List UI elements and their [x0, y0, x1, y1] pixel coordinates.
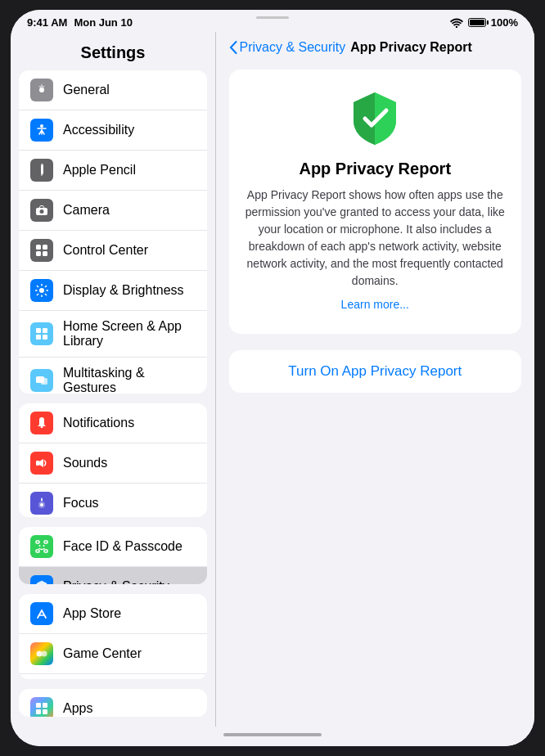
svg-point-43	[42, 650, 47, 656]
sidebar-item-apple-pencil[interactable]: Apple Pencil	[19, 151, 207, 191]
svg-rect-48	[43, 703, 47, 708]
sidebar-item-sounds[interactable]: Sounds	[19, 443, 207, 484]
sidebar-section-5: Apps	[19, 689, 207, 717]
svg-line-18	[45, 294, 47, 295]
sidebar-item-focus[interactable]: Focus	[19, 484, 207, 517]
app-store-label: App Store	[63, 606, 196, 621]
page-title: App Privacy Report	[350, 40, 471, 55]
sidebar-item-notifications[interactable]: Notifications	[19, 403, 207, 443]
sidebar: Settings General Accessibility	[11, 32, 215, 727]
svg-point-7	[40, 209, 44, 214]
svg-rect-35	[36, 541, 39, 543]
svg-rect-8	[36, 245, 41, 250]
privacy-shield-icon	[349, 89, 401, 148]
turn-on-button[interactable]: Turn On App Privacy Report	[288, 363, 462, 380]
sidebar-item-privacy[interactable]: Privacy & Security	[19, 567, 207, 583]
battery-indicator	[468, 18, 486, 27]
focus-icon	[30, 492, 53, 515]
multitasking-icon	[30, 369, 53, 392]
status-right: 100%	[450, 16, 518, 29]
sidebar-section-4: App Store Game Center Wallet & Apple Pay	[19, 594, 207, 679]
sidebar-item-game-center[interactable]: Game Center	[19, 634, 207, 674]
svg-line-19	[45, 286, 47, 287]
back-button[interactable]: Privacy & Security	[229, 40, 346, 55]
svg-rect-49	[36, 709, 41, 714]
report-description: App Privacy Report shows how often apps …	[245, 187, 506, 290]
date: Mon Jun 10	[74, 16, 133, 29]
svg-point-40	[43, 545, 45, 547]
game-center-icon	[30, 642, 53, 665]
face-id-label: Face ID & Passcode	[63, 539, 196, 554]
sidebar-item-control-center[interactable]: Control Center	[19, 231, 207, 271]
svg-rect-47	[36, 703, 41, 708]
sidebar-item-apps[interactable]: Apps	[19, 689, 207, 717]
apps-icon	[30, 697, 53, 717]
multitasking-label: Multitasking & Gestures	[63, 366, 196, 394]
svg-rect-36	[44, 541, 47, 543]
sidebar-item-accessibility[interactable]: Accessibility	[19, 110, 207, 151]
svg-rect-30	[41, 426, 43, 428]
home-screen-icon	[30, 322, 53, 345]
svg-point-39	[39, 545, 41, 547]
right-panel: Privacy & Security App Privacy Report	[216, 32, 535, 727]
svg-point-42	[37, 650, 43, 656]
sounds-icon	[30, 452, 53, 475]
sidebar-item-camera[interactable]: Camera	[19, 191, 207, 231]
sidebar-item-multitasking[interactable]: Multitasking & Gestures	[19, 358, 207, 394]
svg-rect-26	[41, 378, 47, 385]
wifi-icon	[450, 18, 463, 28]
svg-rect-38	[44, 550, 47, 552]
battery-percent: 100%	[491, 16, 518, 29]
svg-rect-23	[36, 335, 41, 340]
home-indicator	[11, 727, 534, 746]
sounds-label: Sounds	[63, 456, 196, 470]
notifications-label: Notifications	[63, 416, 196, 430]
sidebar-item-home-screen[interactable]: Home Screen & App Library	[19, 311, 207, 358]
svg-line-20	[37, 294, 38, 295]
svg-rect-24	[43, 335, 47, 340]
app-store-icon	[30, 602, 53, 625]
display-brightness-icon	[30, 279, 53, 302]
svg-point-0	[456, 25, 457, 27]
camera-icon	[30, 199, 53, 222]
sidebar-item-wallet[interactable]: Wallet & Apple Pay	[19, 674, 207, 679]
svg-point-2	[40, 124, 43, 128]
svg-rect-9	[43, 245, 47, 250]
accessibility-icon	[30, 119, 53, 142]
device-frame: 9:41 AM Mon Jun 10 100% Settings	[11, 10, 534, 746]
status-left: 9:41 AM Mon Jun 10	[27, 16, 133, 29]
general-label: General	[63, 83, 196, 97]
svg-rect-21	[36, 328, 41, 333]
svg-point-12	[39, 288, 44, 293]
svg-rect-10	[36, 251, 41, 256]
report-card: App Privacy Report App Privacy Report sh…	[229, 70, 522, 334]
back-chevron-icon	[229, 41, 237, 54]
report-title: App Privacy Report	[299, 160, 451, 178]
sidebar-item-display-brightness[interactable]: Display & Brightness	[19, 271, 207, 311]
svg-rect-11	[43, 251, 47, 256]
sidebar-item-general[interactable]: General	[19, 70, 207, 110]
sidebar-item-face-id[interactable]: Face ID & Passcode	[19, 527, 207, 567]
apps-label: Apps	[63, 701, 196, 716]
game-center-label: Game Center	[63, 646, 196, 661]
control-center-label: Control Center	[63, 243, 196, 258]
time: 9:41 AM	[27, 16, 67, 29]
accessibility-label: Accessibility	[63, 123, 196, 137]
svg-rect-5	[41, 164, 43, 165]
sidebar-title: Settings	[11, 32, 215, 70]
face-id-icon	[30, 535, 53, 558]
sidebar-item-app-store[interactable]: App Store	[19, 594, 207, 634]
learn-more-link[interactable]: Learn more...	[341, 298, 409, 311]
svg-rect-22	[43, 328, 47, 333]
camera-indicator	[256, 16, 289, 19]
focus-label: Focus	[63, 496, 196, 511]
control-center-icon	[30, 239, 53, 262]
sidebar-section-2: Notifications Sounds Focus	[19, 403, 207, 517]
home-bar	[223, 733, 322, 736]
sidebar-section-1: General Accessibility Apple Pencil	[19, 70, 207, 394]
display-brightness-label: Display & Brightness	[63, 283, 196, 298]
status-bar: 9:41 AM Mon Jun 10 100%	[11, 10, 534, 32]
svg-rect-50	[43, 709, 47, 714]
svg-rect-3	[41, 164, 43, 174]
privacy-label: Privacy & Security	[63, 579, 196, 583]
